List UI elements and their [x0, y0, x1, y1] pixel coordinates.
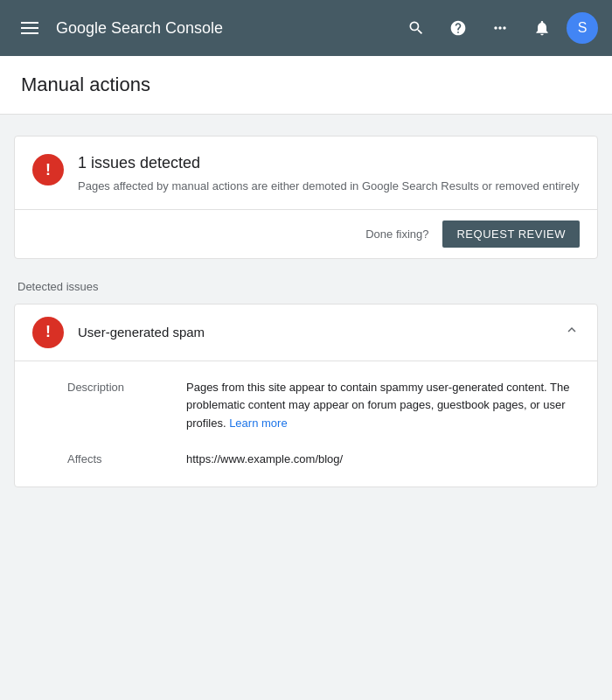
logo-brand: Google: [56, 19, 111, 37]
done-fixing-label: Done fixing?: [365, 228, 428, 241]
spam-warning-icon: !: [32, 317, 64, 348]
description-label: Description: [67, 379, 172, 433]
spam-details: Description Pages from this site appear …: [15, 360, 597, 486]
spam-card: ! User-generated spam Description Pages …: [14, 304, 598, 487]
affects-row: Affects https://www.example.com/blog/: [67, 451, 580, 469]
app-logo: Google Search Console: [56, 19, 388, 38]
issues-footer: Done fixing? REQUEST REVIEW: [15, 209, 597, 258]
notifications-icon[interactable]: [525, 10, 560, 46]
affects-label: Affects: [67, 451, 172, 469]
issues-count: 1 issues detected: [78, 154, 580, 172]
user-avatar[interactable]: S: [567, 12, 598, 44]
chevron-up-icon: [564, 322, 580, 342]
apps-icon[interactable]: [483, 10, 518, 46]
affects-url: https://www.example.com/blog/: [186, 451, 580, 469]
description-row: Description Pages from this site appear …: [67, 379, 580, 433]
menu-icon[interactable]: [14, 15, 45, 41]
issues-header: ! 1 issues detected Pages affected by ma…: [15, 136, 597, 209]
request-review-button[interactable]: REQUEST REVIEW: [442, 220, 580, 248]
learn-more-link[interactable]: Learn more: [229, 416, 287, 430]
description-value: Pages from this site appear to contain s…: [186, 379, 580, 433]
topbar: Google Search Console S: [0, 0, 612, 56]
help-icon[interactable]: [441, 10, 476, 46]
topbar-icons: S: [399, 10, 598, 46]
page-title: Manual actions: [21, 74, 591, 96]
issues-card: ! 1 issues detected Pages affected by ma…: [14, 136, 598, 259]
spam-card-header[interactable]: ! User-generated spam: [15, 304, 597, 360]
main-content: ! 1 issues detected Pages affected by ma…: [0, 115, 612, 508]
page-title-bar: Manual actions: [0, 56, 612, 115]
spam-title: User-generated spam: [78, 325, 550, 340]
warning-icon: !: [32, 154, 64, 186]
issues-text: 1 issues detected Pages affected by manu…: [78, 154, 580, 195]
logo-product: Search Console: [111, 19, 223, 37]
detected-issues-label: Detected issues: [14, 280, 598, 293]
issues-description: Pages affected by manual actions are eit…: [78, 178, 580, 195]
search-icon[interactable]: [399, 10, 434, 46]
